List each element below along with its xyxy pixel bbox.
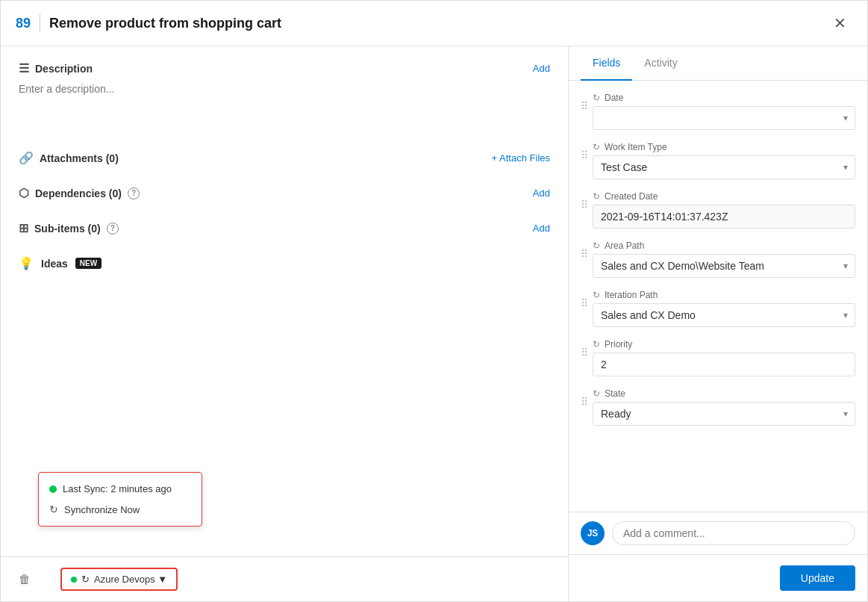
comment-area: JS [569, 512, 867, 554]
field-label-text-1: Work Item Type [605, 142, 667, 152]
field-select-4[interactable]: Sales and CX Demo [593, 303, 855, 327]
field-select-6[interactable]: Ready [593, 402, 855, 426]
comment-input[interactable] [612, 521, 855, 545]
tabs: Fields Activity [569, 46, 867, 81]
attachments-header: 🔗 Attachments (0) + Attach Files [19, 151, 550, 165]
description-header: ☰ Description Add [19, 61, 550, 75]
dependencies-help-icon[interactable]: ? [128, 187, 140, 199]
ideas-icon: 💡 [19, 256, 34, 270]
attachments-title: 🔗 Attachments (0) [19, 151, 119, 165]
description-icon: ☰ [19, 61, 29, 75]
field-select-3[interactable]: Sales and CX Demo\Website Team [593, 254, 855, 278]
field-label-3: ↻Area Path [593, 241, 855, 251]
drag-handle-1[interactable]: ⠿ [581, 142, 588, 161]
left-panel: ☰ Description Add 🔗 Attachments (0) + At… [1, 46, 569, 601]
tab-activity[interactable]: Activity [632, 46, 689, 81]
sync-rotate-icon: ↻ [81, 574, 90, 585]
field-row-2: ⠿↻Created Date [581, 191, 855, 229]
right-footer: Update [569, 554, 867, 601]
field-select-1[interactable]: Test Case [593, 155, 855, 179]
field-label-4: ↻Iteration Path [593, 290, 855, 300]
field-group-0: ⠿↻Date [581, 93, 855, 130]
subitem-icon: ⊞ [19, 221, 28, 235]
subitems-help-icon[interactable]: ? [107, 223, 119, 235]
field-select-wrapper-6: Ready [593, 402, 855, 426]
dependencies-title: ⬡ Dependencies (0) ? [19, 186, 140, 200]
field-select-wrapper-1: Test Case [593, 155, 855, 179]
azure-devops-button[interactable]: ↻ Azure Devops ▼ [60, 568, 178, 591]
field-label-text-3: Area Path [605, 241, 644, 251]
tab-fields[interactable]: Fields [581, 46, 632, 81]
drag-handle-4[interactable]: ⠿ [581, 290, 588, 309]
field-content-4: ↻Iteration PathSales and CX Demo [593, 290, 855, 327]
dependency-icon: ⬡ [19, 186, 29, 200]
description-input[interactable] [19, 83, 550, 128]
field-group-3: ⠿↻Area PathSales and CX Demo\Website Tea… [581, 241, 855, 278]
drag-handle-3[interactable]: ⠿ [581, 241, 588, 260]
description-title: ☰ Description [19, 61, 93, 75]
field-sync-icon-2: ↻ [593, 191, 600, 202]
field-row-0: ⠿↻Date [581, 93, 855, 130]
update-button[interactable]: Update [780, 565, 855, 591]
attachment-icon: 🔗 [19, 151, 34, 165]
field-row-1: ⠿↻Work Item TypeTest Case [581, 142, 855, 179]
field-group-2: ⠿↻Created Date [581, 191, 855, 229]
field-select-wrapper-0 [593, 106, 855, 130]
sync-popup: Last Sync: 2 minutes ago ↻ Synchronize N… [38, 472, 202, 527]
field-label-text-5: Priority [605, 339, 632, 350]
item-id: 89 [16, 16, 31, 31]
field-row-5: ⠿↻Priority [581, 339, 855, 376]
azure-btn-label: Azure Devops ▼ [94, 574, 167, 585]
field-row-4: ⠿↻Iteration PathSales and CX Demo [581, 290, 855, 327]
subitems-add-link[interactable]: Add [533, 223, 550, 234]
left-bottom-bar: 🗑 ↻ Azure Devops ▼ [1, 556, 568, 601]
modal-container: 89 Remove product from shopping cart ✕ ☰… [0, 0, 868, 602]
field-input-2[interactable] [593, 205, 855, 229]
close-button[interactable]: ✕ [828, 11, 852, 35]
azure-btn-container: ↻ Azure Devops ▼ [60, 568, 178, 591]
attach-files-link[interactable]: + Attach Files [492, 152, 550, 164]
field-sync-icon-1: ↻ [593, 142, 600, 152]
field-label-1: ↻Work Item Type [593, 142, 855, 152]
field-content-1: ↻Work Item TypeTest Case [593, 142, 855, 179]
field-label-2: ↻Created Date [593, 191, 855, 202]
description-add-link[interactable]: Add [533, 63, 550, 74]
drag-handle-5[interactable]: ⠿ [581, 339, 588, 359]
sync-dot [49, 485, 57, 493]
field-group-4: ⠿↻Iteration PathSales and CX Demo [581, 290, 855, 327]
field-content-6: ↻StateReady [593, 388, 855, 426]
drag-handle-6[interactable]: ⠿ [581, 388, 588, 408]
field-label-6: ↻State [593, 388, 855, 399]
field-row-3: ⠿↻Area PathSales and CX Demo\Website Tea… [581, 241, 855, 278]
field-select-0[interactable] [593, 106, 855, 130]
field-group-5: ⠿↻Priority [581, 339, 855, 376]
field-content-5: ↻Priority [593, 339, 855, 376]
synchronize-icon: ↻ [49, 503, 58, 515]
field-content-3: ↻Area PathSales and CX Demo\Website Team [593, 241, 855, 278]
field-row-6: ⠿↻StateReady [581, 388, 855, 426]
synchronize-now-item[interactable]: ↻ Synchronize Now [39, 499, 202, 520]
field-label-text-0: Date [605, 93, 623, 103]
ideas-section: 💡 Ideas NEW [19, 256, 550, 270]
subitems-section: ⊞ Sub-items (0) ? Add [19, 221, 550, 235]
field-group-6: ⠿↻StateReady [581, 388, 855, 426]
delete-button[interactable]: 🗑 [19, 573, 31, 586]
field-input-5[interactable] [593, 353, 855, 376]
attachments-section: 🔗 Attachments (0) + Attach Files [19, 151, 550, 165]
avatar: JS [581, 521, 605, 545]
field-group-1: ⠿↻Work Item TypeTest Case [581, 142, 855, 179]
ideas-header: 💡 Ideas NEW [19, 256, 550, 270]
item-title: Remove product from shopping cart [49, 16, 828, 31]
dependencies-add-link[interactable]: Add [533, 187, 550, 199]
field-label-5: ↻Priority [593, 339, 855, 350]
field-select-wrapper-3: Sales and CX Demo\Website Team [593, 254, 855, 278]
dependencies-section: ⬡ Dependencies (0) ? Add [19, 186, 550, 200]
header-separator [40, 14, 40, 32]
drag-handle-2[interactable]: ⠿ [581, 191, 588, 211]
description-section: ☰ Description Add [19, 61, 550, 130]
field-label-text-2: Created Date [605, 191, 658, 202]
field-sync-icon-3: ↻ [593, 241, 600, 251]
field-sync-icon-6: ↻ [593, 388, 600, 399]
drag-handle-0[interactable]: ⠿ [581, 93, 588, 112]
new-badge: NEW [75, 258, 102, 269]
